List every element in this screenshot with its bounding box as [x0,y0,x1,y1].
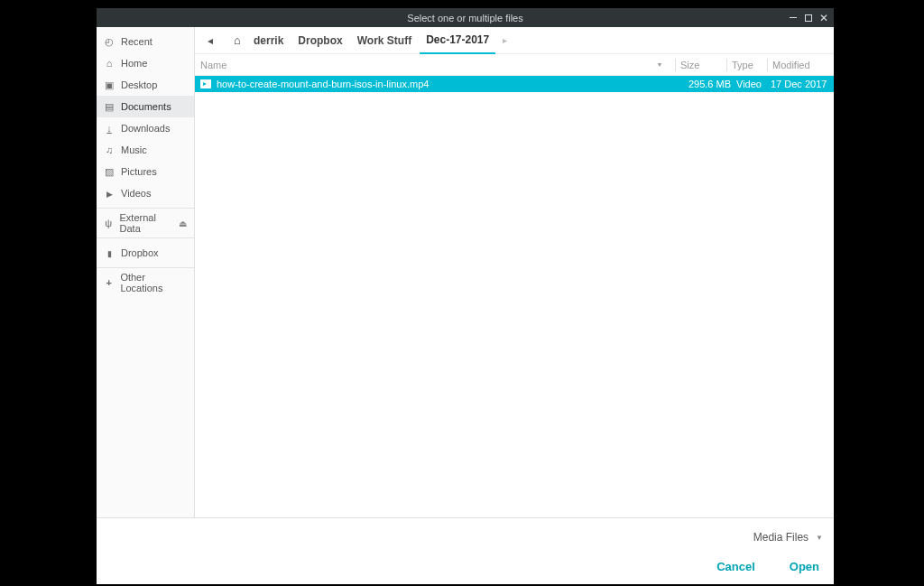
column-type[interactable]: Type [732,60,762,70]
column-separator [726,59,727,71]
breadcrumb-bar: ◂ derrik Dropbox Work Stuff Dec-17-2017 … [195,27,834,54]
sidebar-item-dropbox[interactable]: Dropbox [97,242,194,264]
sidebar-item-desktop[interactable]: Desktop [97,74,194,96]
usb-icon [104,218,114,228]
close-button[interactable]: ✕ [818,13,830,23]
column-modified[interactable]: Modified [772,60,828,70]
file-modified: 17 Dec 2017 [767,79,828,89]
document-icon [104,101,115,113]
dialog-footer: Media Files ▼ Cancel Open [97,517,834,584]
clock-icon [104,36,115,48]
filter-row: Media Files ▼ [107,524,823,551]
sidebar-item-label: Other Locations [120,272,187,293]
sidebar-item-recent[interactable]: Recent [97,31,194,52]
sidebar-item-label: Recent [121,36,152,47]
plus-icon [104,277,114,288]
forward-button[interactable]: ▸ [503,35,507,45]
file-name: how-to-create-mount-and-burn-isos-in-lin… [217,79,429,89]
sidebar-separator [97,208,194,209]
sidebar-item-label: Documents [121,101,171,112]
videos-icon [104,188,115,199]
chevron-down-icon: ▼ [816,534,823,542]
breadcrumb-item-current[interactable]: Dec-17-2017 [420,27,495,54]
back-button[interactable]: ◂ [200,34,220,47]
download-icon [104,123,115,134]
sidebar-separator [97,267,194,268]
file-type-filter[interactable]: Media Files ▼ [753,531,823,544]
sidebar-separator [97,237,194,238]
sidebar-item-downloads[interactable]: Downloads [97,117,194,139]
column-separator [767,59,768,71]
sidebar-item-label: Downloads [121,123,170,134]
file-chooser-window: Select one or multiple files ✕ Recent Ho… [97,8,834,584]
sidebar-item-home[interactable]: Home [97,52,194,74]
sidebar-item-label: Dropbox [121,247,159,258]
file-name-cell: how-to-create-mount-and-burn-isos-in-lin… [200,79,680,89]
file-list[interactable]: how-to-create-mount-and-burn-isos-in-lin… [195,76,834,517]
column-name-label: Name [200,60,226,70]
open-button[interactable]: Open [786,558,823,575]
column-separator [675,59,676,71]
file-type: Video [731,79,767,89]
dialog-body: Recent Home Desktop Documents Downloads … [97,27,834,517]
sidebar-item-documents[interactable]: Documents [97,96,194,117]
home-icon[interactable] [231,33,244,47]
cancel-button[interactable]: Cancel [713,558,759,575]
sidebar-item-external-data[interactable]: External Data [97,212,194,234]
sidebar-item-other-locations[interactable]: Other Locations [97,272,194,293]
sidebar-item-pictures[interactable]: Pictures [97,161,194,182]
video-file-icon [200,79,211,88]
maximize-button[interactable] [805,14,812,22]
sidebar-item-label: Videos [121,188,151,199]
file-row[interactable]: how-to-create-mount-and-burn-isos-in-lin… [195,76,834,92]
window-title: Select one or multiple files [407,13,522,23]
sort-indicator-icon: ▾ [658,60,661,69]
action-row: Cancel Open [107,558,823,575]
pictures-icon [104,166,115,178]
eject-icon[interactable] [179,219,187,228]
titlebar: Select one or multiple files ✕ [97,8,834,27]
folder-icon [104,247,115,258]
column-header: Name ▾ Size Type Modified [195,54,834,76]
sidebar-item-label: Desktop [121,79,157,90]
breadcrumb-item[interactable]: Dropbox [291,28,348,53]
sidebar-item-label: Pictures [121,166,157,177]
main-pane: ◂ derrik Dropbox Work Stuff Dec-17-2017 … [195,27,834,517]
column-name[interactable]: Name ▾ [200,60,670,70]
column-size-label: Size [680,60,699,70]
window-controls: ✕ [787,8,830,27]
home-icon [104,58,115,69]
sidebar-item-label: Music [121,144,147,155]
breadcrumb-item[interactable]: Work Stuff [351,28,418,53]
filter-label: Media Files [753,531,808,544]
desktop-icon [104,79,115,91]
column-type-label: Type [732,60,753,70]
breadcrumb-item[interactable]: derrik [247,28,290,53]
sidebar-item-label: External Data [120,212,172,234]
sidebar-item-videos[interactable]: Videos [97,182,194,204]
sidebar-item-music[interactable]: Music [97,139,194,161]
sidebar-item-label: Home [121,58,147,69]
column-size[interactable]: Size [680,60,722,70]
music-icon [104,144,115,155]
file-size: 295.6 MB [680,79,731,89]
sidebar: Recent Home Desktop Documents Downloads … [97,27,195,517]
column-modified-label: Modified [772,60,810,70]
minimize-button[interactable] [787,17,799,18]
